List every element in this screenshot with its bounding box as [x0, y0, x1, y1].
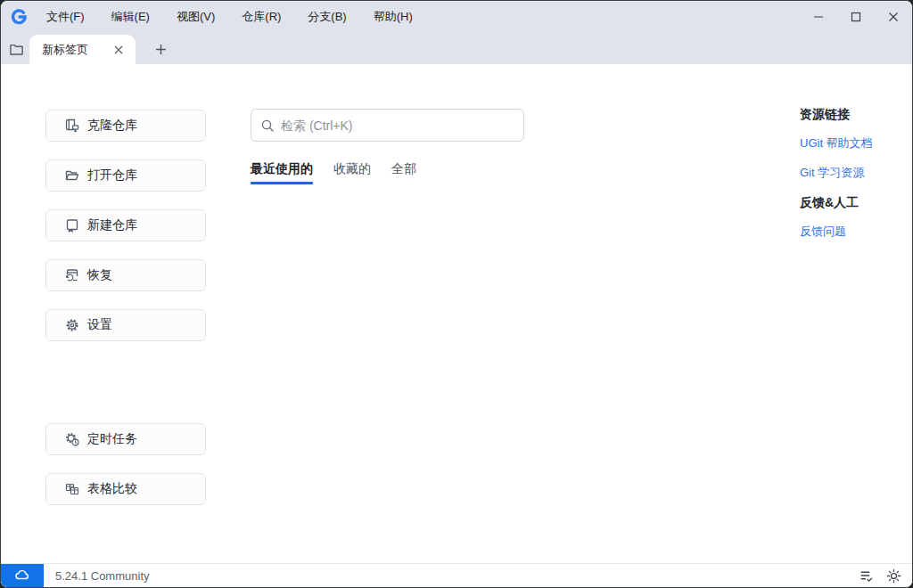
list-check-icon [859, 568, 874, 584]
menu-edit[interactable]: 编辑(E) [103, 4, 159, 29]
close-button[interactable] [875, 1, 912, 33]
tab-favorites[interactable]: 收藏的 [333, 161, 371, 184]
scheduled-task-icon [65, 432, 79, 446]
title-bar: 文件(F) 编辑(E) 视图(V) 仓库(R) 分支(B) 帮助(H) [1, 1, 912, 33]
link-ugit-help-docs[interactable]: UGit 帮助文档 [800, 135, 907, 151]
tab-close-button[interactable] [111, 42, 127, 58]
new-repo-button[interactable]: 新建仓库 [45, 209, 206, 241]
table-compare-icon [65, 482, 79, 496]
plus-icon [155, 44, 167, 55]
folder-icon [9, 42, 24, 57]
tab-label: 全部 [391, 161, 416, 176]
resource-links-section: 资源链接 UGit 帮助文档 Git 学习资源 [800, 107, 907, 181]
menu-view[interactable]: 视图(V) [168, 4, 224, 29]
cloud-sync-button[interactable] [1, 564, 44, 587]
restore-button[interactable]: 恢复 [45, 259, 206, 291]
button-label: 定时任务 [87, 431, 137, 447]
cloud-icon [14, 568, 30, 584]
tab-label: 新标签页 [42, 42, 111, 58]
button-label: 表格比较 [87, 481, 137, 497]
button-label: 设置 [87, 317, 112, 333]
search-icon [260, 118, 275, 133]
button-label: 打开仓库 [87, 167, 137, 184]
menu-repository[interactable]: 仓库(R) [233, 4, 290, 29]
button-label: 恢复 [87, 267, 112, 283]
menu-bar: 文件(F) 编辑(E) 视图(V) 仓库(R) 分支(B) 帮助(H) [37, 4, 431, 29]
menu-branch[interactable]: 分支(B) [299, 4, 355, 29]
link-feedback-issue[interactable]: 反馈问题 [800, 224, 907, 240]
app-logo-icon [9, 7, 29, 27]
app-window: 文件(F) 编辑(E) 视图(V) 仓库(R) 分支(B) 帮助(H) 新标签页 [0, 0, 913, 588]
search-input[interactable] [281, 118, 514, 133]
tab-label: 最近使用的 [251, 161, 313, 176]
restore-icon [65, 268, 79, 282]
menu-help[interactable]: 帮助(H) [365, 4, 422, 29]
maximize-button[interactable] [837, 1, 875, 33]
open-repo-button[interactable]: 打开仓库 [45, 159, 206, 192]
version-label: 5.24.1 Community [55, 569, 150, 583]
settings-button[interactable]: 设置 [45, 309, 206, 341]
repo-filter-tabs: 最近使用的 收藏的 全部 [251, 161, 524, 184]
gear-icon [65, 318, 79, 332]
close-icon [114, 45, 123, 54]
task-log-button[interactable] [858, 568, 874, 584]
sun-icon [886, 568, 901, 584]
new-tab-button[interactable] [148, 37, 173, 61]
folder-open-icon [65, 168, 79, 183]
menu-file[interactable]: 文件(F) [37, 4, 94, 29]
minimize-button[interactable] [800, 1, 837, 33]
button-label: 克隆仓库 [87, 118, 137, 134]
button-label: 新建仓库 [87, 217, 137, 233]
search-box[interactable] [251, 109, 524, 142]
maximize-icon [851, 12, 861, 22]
tab-all[interactable]: 全部 [391, 161, 416, 184]
feedback-section: 反馈&人工 反馈问题 [800, 195, 907, 240]
links-panel: 资源链接 UGit 帮助文档 Git 学习资源 反馈&人工 反馈问题 [800, 107, 907, 254]
section-title: 资源链接 [800, 107, 907, 123]
sidebar-spacer [45, 359, 206, 423]
tab-new-page[interactable]: 新标签页 [29, 35, 136, 64]
theme-toggle-button[interactable] [885, 568, 901, 584]
clone-repo-button[interactable]: 克隆仓库 [45, 110, 206, 142]
section-title: 反馈&人工 [800, 195, 907, 211]
main-content: 克隆仓库 打开仓库 新建仓库 [1, 64, 912, 563]
active-tab-underline [251, 182, 313, 184]
repo-list-button[interactable] [3, 35, 29, 64]
tab-recently-used[interactable]: 最近使用的 [251, 161, 313, 184]
tab-bar: 新标签页 [1, 33, 912, 64]
action-sidebar: 克隆仓库 打开仓库 新建仓库 [45, 110, 206, 523]
minimize-icon [813, 12, 824, 22]
tab-label: 收藏的 [333, 161, 371, 176]
repo-new-icon [65, 218, 79, 233]
window-controls [800, 1, 912, 33]
status-bar-actions [858, 568, 901, 584]
scheduled-task-button[interactable]: 定时任务 [45, 423, 206, 455]
table-compare-button[interactable]: 表格比较 [45, 473, 206, 505]
close-icon [888, 12, 899, 22]
status-bar: 5.24.1 Community [1, 563, 912, 587]
link-git-learning[interactable]: Git 学习资源 [800, 165, 907, 181]
repo-browser: 最近使用的 收藏的 全部 [251, 109, 524, 184]
repo-clone-icon [65, 118, 79, 133]
